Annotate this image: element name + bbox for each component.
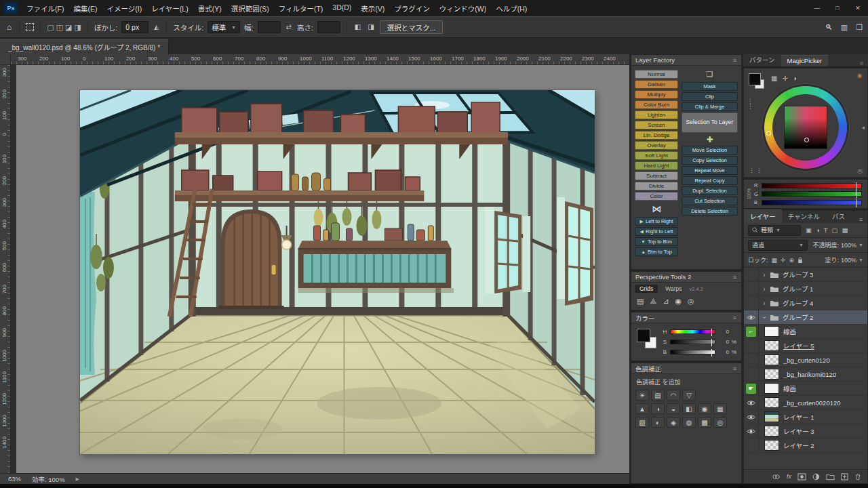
lock-position-icon[interactable]: ⊕ [789, 257, 795, 264]
g-slider-track[interactable] [762, 191, 862, 197]
feather-input[interactable]: 0 px [121, 21, 149, 33]
layer-row[interactable]: レイヤー 2 [744, 439, 867, 453]
status-chevron-icon[interactable]: ▶ [76, 476, 79, 482]
layer-row[interactable]: レイヤー 3 [744, 424, 867, 439]
menu-item[interactable]: フィルター(T) [274, 2, 328, 15]
tab-pattern[interactable]: パターン [743, 54, 781, 66]
layer-name[interactable]: 線画 [783, 384, 796, 393]
invert-adjustment-icon[interactable]: ◐ [651, 417, 665, 428]
tab-layers[interactable]: レイヤー [744, 209, 782, 223]
panel-menu-icon[interactable]: ≡ [733, 57, 737, 64]
repeat-copy-button[interactable]: Repeat Copy [682, 176, 738, 185]
filter-adjustment-icon[interactable]: ◑ [816, 226, 820, 234]
layer-group-row[interactable]: ›グループ 2 [744, 310, 867, 325]
close-button[interactable]: ✕ [848, 3, 868, 14]
mp-collapse-arrow-icon[interactable]: ◂ [861, 124, 865, 131]
group-expand-arrow[interactable]: › [759, 300, 770, 307]
mp-foreground-swatch[interactable] [749, 73, 761, 85]
mp-footer-dots-icon[interactable]: ⋮⋮ [749, 167, 764, 174]
search-icon[interactable]: 🔍︎ [825, 23, 833, 31]
plus-icon[interactable]: ✚ [682, 134, 738, 144]
layer-thumbnail[interactable] [764, 397, 779, 408]
layer-group-row[interactable]: ›グループ 3 [744, 268, 867, 282]
exposure-adjustment-icon[interactable]: ▽ [682, 390, 696, 401]
style-dropdown[interactable]: 標準 ▼ [208, 21, 240, 33]
visibility-toggle[interactable]: ☛ [744, 382, 759, 395]
layer-thumbnail[interactable] [764, 354, 779, 365]
move-selection-button[interactable]: Move Selection [682, 146, 738, 155]
lock-pixels-icon[interactable]: ✛ [781, 257, 786, 264]
visibility-toggle[interactable] [744, 396, 759, 409]
dupl-selection-button[interactable]: Dupl. Selection [682, 186, 738, 195]
clip-button[interactable]: Clip [682, 92, 738, 101]
layer-thumbnail[interactable] [764, 340, 779, 351]
blend-color-button[interactable]: Color [635, 192, 678, 201]
repeat-move-button[interactable]: Repeat Move [682, 166, 738, 175]
panel-menu-icon[interactable]: ≡ [856, 60, 868, 66]
selection-to-layer-button[interactable]: Selection To Layer [682, 113, 738, 133]
layer-name[interactable]: _bg_harikomi0120 [783, 371, 836, 378]
slider-value[interactable]: 0 [718, 339, 729, 345]
layer-row[interactable]: ⌐線画 [744, 325, 867, 339]
blend-lin-dodge-button[interactable]: Lin. Dodge [635, 131, 678, 140]
filter-pixel-icon[interactable]: ▣ [806, 226, 812, 234]
new-layer-icon[interactable] [841, 473, 848, 481]
layer-row[interactable]: ☛線画 [744, 382, 867, 396]
canvas-viewport[interactable] [16, 65, 629, 473]
adjust-edge-alt-icon[interactable]: ◨ [366, 24, 375, 30]
blend-hard-light-button[interactable]: Hard Light [635, 161, 678, 170]
layer-thumbnail[interactable] [764, 426, 779, 436]
menu-item[interactable]: ファイル(F) [22, 2, 68, 15]
grid-ellipse-icon[interactable]: ◎ [688, 297, 694, 306]
group-expand-arrow[interactable]: › [761, 312, 768, 323]
gradient-map-adjustment-icon[interactable]: ◎ [713, 417, 727, 428]
layer-name[interactable]: グループ 4 [783, 298, 813, 308]
menu-item[interactable]: プラグイン [389, 2, 435, 15]
menu-item[interactable]: ヘルプ(H) [491, 2, 532, 15]
blend-divide-button[interactable]: Divide [635, 182, 678, 190]
layer-thumbnail[interactable] [764, 369, 779, 380]
filter-type-icon[interactable]: T [824, 226, 828, 234]
adjust-edge-icon[interactable]: ◧ [353, 24, 362, 30]
opacity-value[interactable]: 100% [841, 242, 856, 249]
visibility-toggle[interactable] [744, 310, 759, 324]
layer-name[interactable]: _bg_curten0020120 [783, 399, 841, 407]
symmetry-top-to-btm-button[interactable]: ▼Top to Btm [635, 237, 678, 246]
group-expand-arrow[interactable]: › [759, 285, 770, 293]
hue-cursor-icon[interactable] [766, 131, 771, 136]
layer-name[interactable]: グループ 2 [783, 312, 813, 322]
blend-overlay-button[interactable]: Overlay [635, 141, 678, 150]
levels-adjustment-icon[interactable]: ▤ [651, 390, 665, 401]
symmetry-left-to-right-button[interactable]: ▶Left to Right [635, 217, 678, 226]
r-slider-track[interactable] [762, 183, 862, 188]
slider-value[interactable]: 0 [718, 329, 729, 335]
grid-circle-icon[interactable]: ◉ [675, 297, 682, 306]
mp-side-handle-icon[interactable]: ⋮⋮ [747, 98, 753, 109]
grid-2pt-icon[interactable]: ⟁ [650, 297, 656, 306]
visibility-toggle[interactable] [744, 439, 759, 452]
filter-smart-icon[interactable]: ▦ [842, 226, 848, 234]
mp-refresh-icon[interactable]: ◎ [857, 167, 863, 174]
color-balance-adjustment-icon[interactable]: ◒ [667, 403, 680, 414]
filter-shape-icon[interactable]: ▢ [832, 226, 838, 234]
threshold-adjustment-icon[interactable]: ◍ [682, 417, 696, 428]
lock-all-icon[interactable] [797, 257, 803, 264]
visibility-toggle[interactable] [744, 410, 759, 424]
layer-row[interactable]: レイヤー 1 [744, 410, 867, 424]
mp-crosshair-icon[interactable]: ✛ [782, 75, 787, 82]
mp-mode-icon[interactable]: ◑ [793, 75, 797, 82]
layer-name[interactable]: _bg_curten0120 [783, 357, 830, 364]
visibility-toggle[interactable] [744, 268, 759, 281]
layer-name[interactable]: レイヤー 2 [783, 441, 814, 450]
visibility-toggle[interactable] [744, 424, 759, 438]
blend-darken-button[interactable]: Darken [635, 80, 678, 89]
layer-thumbnail[interactable] [764, 383, 779, 394]
clip-merge-button[interactable]: Clip & Merge [682, 102, 738, 111]
color-lookup-adjustment-icon[interactable]: ▧ [635, 417, 649, 428]
height-input[interactable] [317, 21, 340, 33]
grid-3pt-icon[interactable]: ⊿ [663, 297, 669, 306]
layer-search-dropdown[interactable]: 種類 ▼ [748, 225, 801, 236]
selection-new-icon[interactable]: ▢ [47, 23, 54, 32]
blend-screen-button[interactable]: Screen [635, 121, 678, 129]
layer-row[interactable]: _bg_curten0020120 [744, 396, 867, 410]
